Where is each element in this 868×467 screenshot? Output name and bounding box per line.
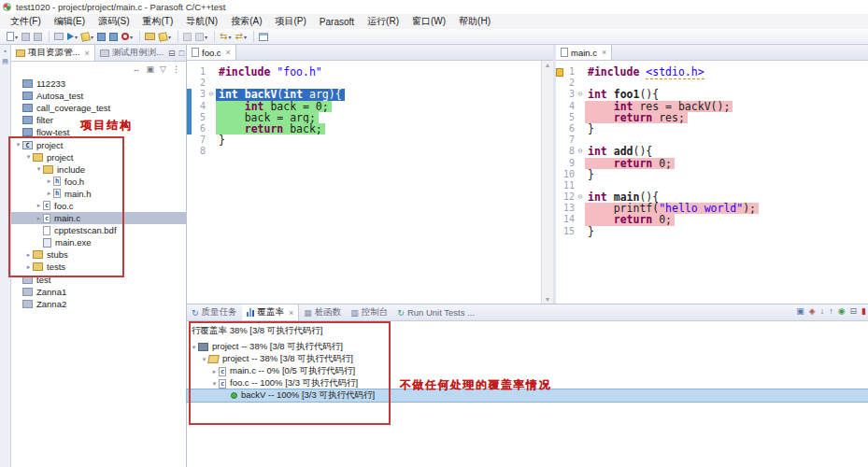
tab-mainc[interactable]: main.c× — [556, 45, 612, 60]
close-icon[interactable]: × — [84, 49, 89, 58]
tree-row[interactable]: ▸cmain.c — [11, 212, 186, 224]
tree-row[interactable]: call_coverage_test — [11, 102, 186, 114]
expander-icon[interactable]: ▸ — [35, 202, 43, 209]
menu-item[interactable]: 窗口(W) — [406, 14, 452, 29]
tab-quality-tasks[interactable]: ↻质量任务 — [187, 304, 242, 320]
menu-item[interactable]: 文件(F) — [4, 14, 48, 29]
tree-row[interactable]: ▾include — [11, 163, 186, 176]
fooc-code-area[interactable]: 1#include "foo.h"23⊖int backV(int arg){4… — [187, 61, 541, 304]
filter-icon[interactable]: ▽ — [160, 64, 166, 74]
expand-down-icon[interactable]: ↓ — [820, 306, 825, 316]
menu-item[interactable]: 搜索(A) — [224, 14, 268, 29]
build-button-icon[interactable] — [95, 31, 107, 43]
expander-icon[interactable]: ▾ — [14, 141, 22, 149]
link-with-editor-icon[interactable]: ↔ — [133, 64, 141, 74]
maximize-icon[interactable]: ▮ — [861, 306, 866, 316]
scroll-down-icon[interactable]: ▼ — [545, 296, 551, 303]
forward-button-icon[interactable]: ⇄▾ — [234, 31, 249, 43]
maximize-icon[interactable]: □ — [179, 49, 184, 58]
code-line[interactable]: 1#include <stdio.h> — [556, 66, 868, 78]
tab-test-case-browser[interactable]: 测试用例浏... — [95, 45, 168, 61]
code-line[interactable]: 10} — [556, 169, 868, 180]
collapse-up-icon[interactable]: ↑ — [829, 306, 833, 316]
minimize-icon[interactable]: ⊟ — [850, 306, 858, 316]
menu-item[interactable]: 帮助(H) — [452, 14, 497, 29]
close-icon[interactable]: × — [602, 48, 606, 57]
open-resource-button-icon[interactable] — [143, 31, 157, 43]
expander-icon[interactable]: ▾ — [35, 165, 43, 173]
expander-icon[interactable]: ▾ — [210, 380, 219, 388]
tree-row[interactable]: main.exe — [11, 236, 186, 248]
code-line[interactable]: 6} — [556, 123, 868, 134]
fold-icon[interactable]: ⊖ — [576, 191, 585, 203]
tree-row[interactable]: ▸stubs — [11, 248, 186, 261]
tree-row[interactable]: backV -- 100% [3/3 可执行代码行] — [187, 389, 868, 402]
expander-icon[interactable]: ▸ — [24, 251, 33, 259]
tree-row[interactable]: 112233 — [11, 78, 186, 90]
menu-item[interactable]: 导航(N) — [179, 14, 224, 29]
tab-fooc[interactable]: foo.c× — [187, 45, 236, 60]
test-wizard-button-icon[interactable]: ▾ — [79, 31, 95, 43]
tree-row[interactable]: ▸hfoo.h — [11, 176, 186, 188]
save-all-button-icon[interactable] — [32, 31, 44, 43]
open-perspective-button-icon[interactable] — [257, 31, 270, 43]
save-button-icon[interactable] — [20, 31, 32, 43]
fold-icon[interactable]: ⊖ — [576, 146, 585, 157]
tab-stub-functions[interactable]: ▦桩函数 — [299, 304, 346, 320]
fooc-scrollbar[interactable]: ▲▼ — [541, 61, 553, 304]
new-button-icon[interactable]: ▾ — [5, 31, 20, 43]
code-line[interactable]: 14 return 0; — [556, 214, 868, 225]
mainc-code-area[interactable]: 1#include <stdio.h>23⊖int foo1(){4 int r… — [556, 61, 868, 304]
tab-run-unit-tests[interactable]: ↻Run Unit Tests ... — [392, 304, 479, 320]
print-button-icon[interactable] — [52, 31, 65, 43]
tree-row[interactable]: ▾cfoo.c -- 100% [3/3 可执行代码行] — [187, 377, 868, 389]
restore-view-icon[interactable]: ▪ — [4, 48, 6, 55]
code-line[interactable]: 8 — [187, 146, 541, 157]
menu-item[interactable]: 源码(S) — [92, 14, 135, 29]
tree-row[interactable]: Zanna1 — [11, 286, 186, 298]
expander-icon[interactable]: ▸ — [35, 215, 43, 222]
menu-item[interactable]: 重构(T) — [135, 14, 179, 29]
scroll-up-icon[interactable]: ▲ — [545, 62, 551, 68]
refresh-icon[interactable]: ◉ — [838, 306, 846, 316]
tree-row[interactable]: ▸cmain.c -- 0% [0/5 可执行代码行] — [187, 365, 868, 377]
menu-item[interactable]: 项目(P) — [268, 14, 312, 29]
disabled-tool-2-icon[interactable]: ▾ — [193, 31, 209, 43]
fold-icon[interactable]: ⊖ — [206, 89, 216, 100]
tree-row[interactable]: Zanna2 — [11, 298, 186, 310]
import-icon[interactable]: ◈ — [809, 306, 816, 316]
tree-row[interactable]: test — [11, 274, 186, 286]
close-icon[interactable]: × — [289, 308, 293, 318]
expander-icon[interactable]: ▸ — [45, 190, 53, 197]
fast-view-icon[interactable]: ▤ — [2, 58, 8, 65]
tree-row[interactable]: ▾Cproject — [11, 138, 186, 150]
tree-row[interactable]: cpptestscan.bdf — [11, 224, 186, 236]
close-icon[interactable]: × — [226, 48, 231, 57]
tree-row[interactable]: ▾project -- 38% [3/8 可执行代码行] — [187, 341, 868, 353]
code-line[interactable]: 9 return 0; — [556, 158, 868, 169]
menu-item[interactable]: 运行(R) — [361, 14, 406, 29]
expander-icon[interactable]: ▾ — [190, 344, 198, 351]
instrument-button-icon[interactable] — [107, 31, 120, 43]
record-button-icon[interactable]: ▾ — [120, 31, 135, 43]
analyze-button-icon[interactable]: ▾ — [157, 31, 173, 43]
expander-icon[interactable]: ▸ — [45, 177, 53, 185]
tab-coverage[interactable]: 覆盖率× — [242, 304, 300, 320]
code-line[interactable]: 5 return res; — [556, 112, 868, 123]
expander-icon[interactable]: ▾ — [24, 153, 33, 161]
tree-row[interactable]: ▸tests — [11, 261, 186, 273]
code-line[interactable]: 15} — [556, 226, 868, 237]
tree-row[interactable]: flow-test — [11, 126, 186, 138]
disabled-tool-1-icon[interactable] — [181, 31, 193, 43]
tree-row[interactable]: filter — [11, 114, 186, 126]
menu-item[interactable]: 编辑(E) — [48, 14, 92, 29]
tree-row[interactable]: ▸hmain.h — [11, 188, 186, 200]
tree-row[interactable]: ▾project -- 38% [3/8 可执行代码行] — [187, 353, 868, 365]
back-button-icon[interactable]: ⇆▾ — [218, 31, 233, 43]
menu-item[interactable]: Parasoft — [313, 16, 361, 28]
expander-icon[interactable]: ▸ — [210, 368, 219, 375]
minimize-icon[interactable]: ⊟ — [168, 49, 176, 58]
collapse-all-icon[interactable]: ▣ — [147, 64, 155, 74]
report-icon[interactable]: ▣ — [796, 306, 804, 316]
tree-row[interactable]: ▾project — [11, 151, 186, 163]
